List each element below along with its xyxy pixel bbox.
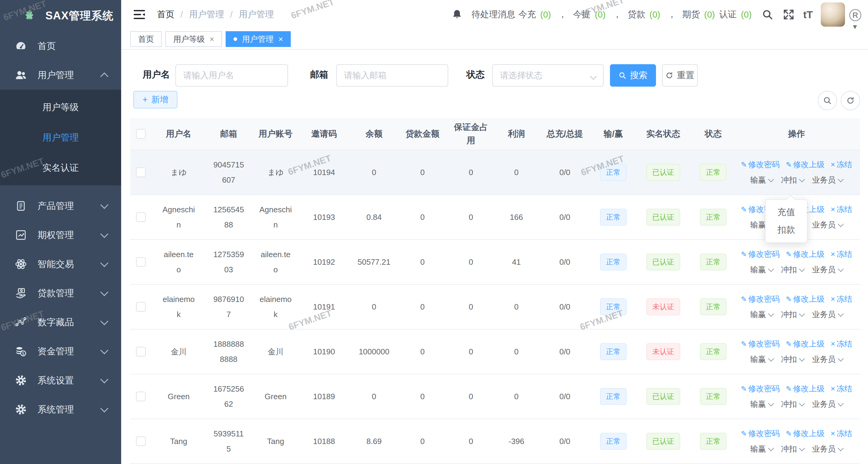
breadcrumb: 首页 / 用户管理 / 用户管理: [157, 0, 274, 29]
row-checkbox[interactable]: [136, 347, 146, 357]
freeze-link[interactable]: ×冻结: [831, 204, 852, 215]
edit-password-link[interactable]: ✎修改密码: [741, 159, 780, 170]
deduct-dropdown[interactable]: 冲扣: [781, 399, 804, 409]
edit-parent-link[interactable]: ✎修改上级: [786, 159, 825, 170]
cell-margin: 0: [469, 257, 473, 267]
breadcrumb-home[interactable]: 首页: [157, 8, 175, 21]
sidebar-subitem-realname-auth[interactable]: 实名认证: [0, 153, 121, 183]
win-lose-dropdown[interactable]: 输赢: [750, 444, 773, 454]
font-size-icon[interactable]: tT: [803, 9, 813, 21]
deduct-dropdown[interactable]: 冲扣: [781, 444, 804, 454]
deduct-dropdown[interactable]: 冲扣: [781, 309, 804, 320]
fullscreen-icon[interactable]: [782, 8, 795, 21]
win-lose-dropdown[interactable]: 输赢: [750, 399, 773, 409]
freeze-link[interactable]: ×冻结: [831, 383, 852, 394]
salesman-dropdown[interactable]: 业务员: [812, 265, 843, 275]
row-checkbox[interactable]: [136, 302, 146, 312]
sidebar-item-label: 数字藏品: [37, 316, 101, 329]
table-row: aileen.teo 127535903 aileen.teo 10192 50…: [130, 240, 860, 285]
tab-home[interactable]: 首页: [130, 31, 162, 47]
cell-margin: 0: [469, 437, 473, 446]
freeze-link[interactable]: ×冻结: [831, 428, 852, 439]
cell-balance: 0.84: [367, 213, 382, 222]
cell-account: Green: [265, 389, 286, 404]
freeze-link[interactable]: ×冻结: [831, 339, 852, 349]
edit-parent-link[interactable]: ✎修改上级: [786, 383, 825, 394]
edit-password-link[interactable]: ✎修改密码: [741, 339, 780, 349]
deduct-dropdown[interactable]: 冲扣: [781, 175, 804, 185]
table-search-toggle-button[interactable]: [818, 91, 837, 110]
win-lose-dropdown[interactable]: 输赢: [750, 309, 773, 320]
edit-parent-link[interactable]: ✎修改上级: [786, 339, 825, 349]
sidebar-item-system-settings[interactable]: 系统设置: [0, 366, 121, 395]
realname-status-badge: 已认证: [646, 209, 680, 226]
win-lose-dropdown[interactable]: 输赢: [750, 354, 773, 365]
row-checkbox[interactable]: [136, 436, 146, 446]
notice-prefix: 待处理消息: [471, 8, 516, 21]
username-input[interactable]: [175, 64, 288, 87]
edit-parent-link[interactable]: ✎修改上级: [786, 294, 825, 304]
win-lose-dropdown[interactable]: 输赢: [750, 265, 773, 275]
cell-invite-code: 10192: [313, 257, 335, 267]
edit-parent-link[interactable]: ✎修改上级: [786, 428, 825, 439]
email-input[interactable]: [336, 64, 448, 87]
menu-item-deduct[interactable]: 扣款: [766, 221, 807, 239]
salesman-dropdown[interactable]: 业务员: [812, 220, 843, 230]
sidebar-item-funds-management[interactable]: $ 资金管理: [0, 337, 121, 366]
cell-balance: 8.69: [367, 437, 382, 446]
row-checkbox[interactable]: [136, 167, 146, 177]
deduct-dropdown[interactable]: 冲扣: [781, 265, 804, 275]
edit-password-link[interactable]: ✎修改密码: [741, 383, 780, 394]
salesman-dropdown[interactable]: 业务员: [812, 354, 843, 365]
funds-icon: $: [14, 345, 28, 358]
row-checkbox[interactable]: [136, 392, 146, 401]
sidebar-item-label: 资金管理: [37, 345, 101, 358]
menu-item-recharge[interactable]: 充值: [766, 204, 807, 221]
sidebar-subitem-user-level[interactable]: 用户等级: [0, 92, 121, 122]
table-refresh-button[interactable]: [841, 91, 860, 110]
row-checkbox[interactable]: [136, 257, 146, 267]
status-badge: 正常: [700, 298, 726, 315]
tab-user-level[interactable]: 用户等级 ×: [165, 31, 222, 47]
cell-margin: 0: [469, 213, 473, 222]
deduct-dropdown[interactable]: 冲扣: [781, 354, 804, 365]
add-button[interactable]: + 新增: [133, 91, 178, 109]
edit-parent-link[interactable]: ✎修改上级: [786, 249, 825, 259]
sidebar-item-product-management[interactable]: 产品管理: [0, 191, 121, 220]
edit-password-link[interactable]: ✎修改密码: [741, 249, 780, 259]
salesman-dropdown[interactable]: 业务员: [812, 175, 843, 185]
realname-status-badge: 未认证: [646, 298, 680, 315]
status-select[interactable]: 请选择状态: [492, 64, 603, 87]
avatar[interactable]: [821, 2, 845, 27]
sidebar-item-digital-collection[interactable]: 数字藏品: [0, 308, 121, 337]
salesman-dropdown[interactable]: 业务员: [812, 309, 843, 320]
reset-button[interactable]: 重置: [662, 64, 698, 87]
username-filter-label: 用户名: [143, 68, 170, 81]
edit-password-link[interactable]: ✎修改密码: [741, 428, 780, 439]
freeze-link[interactable]: ×冻结: [831, 294, 852, 304]
cell-invite-code: 10194: [313, 168, 335, 177]
row-checkbox[interactable]: [136, 212, 146, 222]
edit-icon: ✎: [741, 340, 747, 348]
win-lose-dropdown[interactable]: 输赢: [750, 175, 773, 185]
close-icon[interactable]: ×: [278, 35, 283, 43]
search-button[interactable]: 搜索: [610, 64, 656, 87]
close-icon[interactable]: ×: [210, 35, 214, 43]
sidebar-item-options-management[interactable]: 期权管理: [0, 220, 121, 250]
sidebar-item-user-management[interactable]: 用户管理: [0, 61, 121, 90]
sidebar-item-system-management[interactable]: 系统管理: [0, 395, 121, 424]
edit-password-link[interactable]: ✎修改密码: [741, 294, 780, 304]
select-all-checkbox[interactable]: [136, 129, 146, 139]
sidebar-subitem-user-management[interactable]: 用户管理: [0, 122, 121, 153]
salesman-dropdown[interactable]: 业务员: [812, 444, 843, 454]
freeze-link[interactable]: ×冻结: [831, 249, 852, 259]
sidebar-item-loan-management[interactable]: 贷款管理: [0, 279, 121, 308]
sidebar-item-smart-trading[interactable]: 智能交易: [0, 250, 121, 279]
sidebar-item-home[interactable]: 首页: [0, 31, 121, 61]
freeze-link[interactable]: ×冻结: [831, 159, 852, 170]
search-icon[interactable]: [761, 8, 774, 21]
tab-user-management[interactable]: 用户管理 ×: [226, 31, 291, 47]
sidebar-collapse-icon[interactable]: [133, 8, 146, 21]
bell-icon[interactable]: [451, 8, 464, 21]
salesman-dropdown[interactable]: 业务员: [812, 399, 843, 409]
